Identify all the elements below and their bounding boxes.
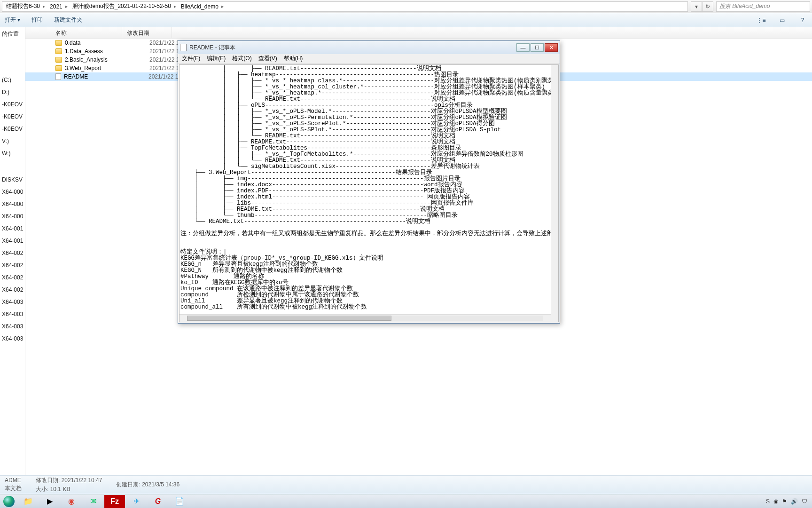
notepad-body[interactable]: │ ├── README.txt------------------------… [179,64,559,322]
nav-item[interactable]: X64-002 [0,247,25,259]
folder-icon [55,48,62,54]
folder-icon [55,57,62,63]
nav-item[interactable]: X64-002 [0,284,25,296]
folder-icon [55,65,62,71]
nav-item[interactable]: X64-001 [0,235,25,247]
breadcrumb-segment[interactable]: 胆汁酸demo报告_2021-01-22-10-52-50▸ [69,2,177,11]
file-name: 1.Data_Assess [65,48,149,55]
nav-item[interactable]: (C:) [0,74,25,86]
refresh-button[interactable]: ↻ [702,1,713,12]
task-foxit[interactable]: G [148,495,168,508]
system-tray[interactable]: S ◉ ⚑ 🔊 🛡 [766,498,812,505]
nav-item[interactable]: X64-000 [0,210,25,222]
navigation-pane[interactable]: 的位置 (C:) D:) -K0EOV -K0EOV -K0EOV V:) W:… [0,27,25,475]
notepad-window: README - 记事本 — ☐ ✕ 文件(F) 编辑(E) 格式(O) 查看(… [178,40,560,324]
minimize-button[interactable]: — [516,43,530,52]
print-button[interactable]: 打印 [31,16,43,24]
nav-item[interactable]: -K0EOV [0,111,25,123]
vertical-scrollbar[interactable] [551,65,558,314]
details-pane: ADME 本文档 修改日期: 2021/1/22 10:47 大小: 10.1 … [0,475,812,494]
nav-item[interactable]: -K0EOV [0,98,25,111]
new-folder-button[interactable]: 新建文件夹 [54,16,82,24]
task-media[interactable]: ▶ [39,495,60,508]
selected-type: 本文档 [5,484,22,492]
help-icon[interactable]: ? [798,17,807,24]
file-name: 2.Basic_Analysis [65,56,149,63]
task-filezilla[interactable]: Fz [104,495,125,508]
file-icon [55,73,61,80]
breadcrumb-segment[interactable]: BileAcid_demo▸ [177,2,225,11]
scroll-thumb[interactable] [187,316,391,321]
path-dropdown-button[interactable]: ▾ [691,1,702,12]
nav-item[interactable]: W:) [0,147,25,159]
col-name[interactable]: 名称 [25,27,122,38]
menu-edit[interactable]: 编辑(E) [207,55,226,63]
nav-item[interactable]: X64-002 [0,259,25,271]
created-row: 创建日期: 2021/3/5 14:36 [116,481,180,489]
maximize-button[interactable]: ☐ [531,43,544,52]
start-button[interactable] [0,494,18,508]
tray-icon[interactable]: ⚑ [782,498,787,505]
nav-item[interactable]: X64-000 [0,198,25,210]
view-options-icon[interactable]: ⋮≡ [757,17,766,24]
file-name: 3.Web_Report [65,65,149,71]
nav-item[interactable]: 的位置 [0,27,25,41]
explorer-toolbar: 打开 ▾ 打印 新建文件夹 ⋮≡ ▭ ? [0,13,812,27]
selected-name: ADME [5,477,22,484]
file-name: README [64,73,148,80]
menu-help[interactable]: 帮助(H) [284,55,303,63]
search-input[interactable]: 搜索 BileAcid_demo [716,1,810,12]
task-explorer[interactable]: 📁 [18,495,39,508]
tray-icon[interactable]: ◉ [773,498,778,505]
notepad-menu: 文件(F) 编辑(E) 格式(O) 查看(V) 帮助(H) [178,54,560,64]
size-row: 大小: 10.1 KB [36,485,102,493]
tray-icon[interactable]: 🔊 [791,498,798,505]
task-notepad[interactable]: 📄 [169,495,190,508]
nav-item[interactable]: DISKSV [0,174,25,186]
task-wechat[interactable]: ✉ [83,495,103,508]
notepad-icon [180,44,187,51]
taskbar: 📁 ▶ ◉ ✉ Fz ✈ G 📄 S ◉ ⚑ 🔊 🛡 [0,494,812,508]
nav-item[interactable]: X64-003 [0,308,25,320]
menu-format[interactable]: 格式(O) [232,55,251,63]
breadcrumb-segment[interactable]: 结题报告6-30▸ [2,2,46,11]
preview-pane-icon[interactable]: ▭ [777,17,787,24]
nav-item[interactable]: V:) [0,135,25,147]
window-title: README - 记事本 [189,44,516,52]
column-headers[interactable]: 名称 修改日期 [25,27,812,39]
file-name: 0.data [65,40,149,46]
windows-orb-icon [3,496,15,507]
horizontal-scrollbar[interactable] [180,314,551,322]
nav-item[interactable]: X64-002 [0,271,25,284]
nav-item[interactable]: X64-000 [0,186,25,198]
col-date[interactable]: 修改日期 [122,27,172,38]
nav-item[interactable]: D:) [0,86,25,98]
titlebar[interactable]: README - 记事本 — ☐ ✕ [178,41,560,54]
notepad-text[interactable]: │ ├── README.txt------------------------… [180,65,558,311]
task-chrome[interactable]: ◉ [61,495,82,508]
nav-item[interactable]: X64-003 [0,296,25,308]
address-bar: 结题报告6-30▸ 2021▸ 胆汁酸demo报告_2021-01-22-10-… [0,0,812,13]
nav-item[interactable]: X64-003 [0,333,25,345]
menu-view[interactable]: 查看(V) [258,55,277,63]
task-telegram[interactable]: ✈ [126,495,147,508]
breadcrumb-segment[interactable]: 2021▸ [46,2,69,11]
scroll-corner [551,314,558,322]
nav-item[interactable]: X64-001 [0,222,25,235]
breadcrumb[interactable]: 结题报告6-30▸ 2021▸ 胆汁酸demo报告_2021-01-22-10-… [2,1,688,12]
folder-icon [55,40,62,46]
close-button[interactable]: ✕ [545,43,558,52]
tray-icon[interactable]: 🛡 [802,498,807,505]
modified-row: 修改日期: 2021/1/22 10:47 [36,476,102,484]
menu-file[interactable]: 文件(F) [182,55,200,63]
nav-item[interactable]: X64-003 [0,320,25,333]
open-button[interactable]: 打开 ▾ [5,16,20,24]
tray-icon[interactable]: S [766,498,770,505]
nav-item[interactable]: -K0EOV [0,123,25,135]
